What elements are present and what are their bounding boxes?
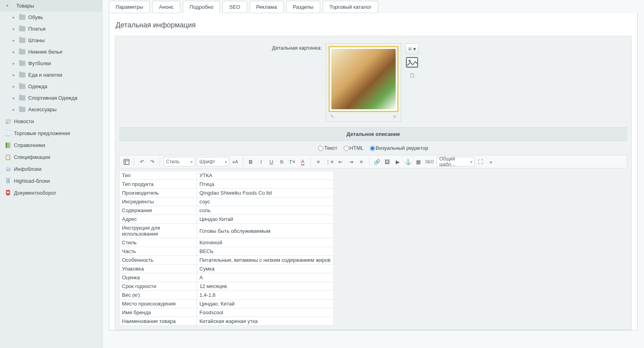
tab-2[interactable]: Подробно [183, 1, 220, 13]
prop-value: соль [197, 206, 334, 215]
prop-value: Foodscool [197, 308, 334, 317]
sidebar-item-goods[interactable]: Товары [0, 0, 102, 12]
svg-rect-2 [124, 159, 129, 164]
radio-html[interactable]: HTML [344, 145, 364, 151]
indent-icon[interactable]: ⇥ [347, 157, 356, 166]
table-row: ЧастьВЕСЬ [120, 247, 334, 256]
prop-name: Стиль [120, 238, 197, 247]
undo-icon[interactable]: ↶ [137, 157, 146, 166]
underline-icon[interactable]: U [267, 157, 276, 166]
more-icon[interactable]: » [487, 157, 495, 166]
tab-1[interactable]: Анонс [152, 1, 180, 13]
file-icon[interactable]: 🗋 [405, 70, 419, 80]
image-dropzone[interactable]: ✎ ✕ [326, 43, 401, 122]
prop-name: Адрес [120, 215, 197, 224]
remove-image-icon[interactable]: ✕ [393, 114, 397, 120]
sidebar-item-6[interactable]: 📮Документооборот [0, 187, 102, 199]
sidebar-item-label: Штаны [28, 37, 44, 43]
sidebar: Товары ▸Обувь▸Платья▸Штаны▸Нижнее белье▸… [0, 0, 102, 348]
sidebar-item-label: Highload-блоки [14, 178, 50, 184]
prop-name: Тип продукта [120, 180, 197, 189]
sidebar-item-4[interactable]: 🗂Инфоблоки [0, 163, 102, 175]
edit-image-icon[interactable]: ✎ [330, 114, 335, 120]
fontsize-icon[interactable]: ᴀA [231, 157, 240, 166]
sidebar-item-3[interactable]: 📋Спецификации [0, 151, 102, 163]
prop-name: Вес (кг) [120, 291, 197, 300]
seo-icon[interactable]: SEO [424, 157, 435, 166]
sidebar-item-label: Новости [14, 118, 34, 124]
sidebar-item-5[interactable]: 🗄Highload-блоки [0, 175, 102, 187]
align-icon[interactable]: ≡ [357, 157, 366, 166]
link-icon[interactable]: 🔗 [373, 157, 381, 166]
panel: Детальная информация Детальная картинка:… [109, 13, 638, 331]
prop-value: Птица [197, 180, 334, 189]
radio-text[interactable]: Текст [318, 145, 337, 151]
tab-6[interactable]: Торговый каталог [323, 1, 378, 13]
color-icon[interactable]: A [298, 157, 307, 166]
prop-name: Упаковка [120, 265, 197, 273]
prop-value: 12 месяцев [197, 282, 334, 291]
sidebar-item-1[interactable]: 🧾Торговые предложения [0, 127, 102, 139]
table-row: Инструкция для использованияГотовы быть … [120, 224, 334, 238]
prop-value: Сумка [197, 265, 334, 273]
main-content: ПараметрыАнонсПодробноSEOРекламаРазделыТ… [102, 0, 644, 348]
tab-5[interactable]: Разделы [286, 1, 320, 13]
table-row: Тип продуктаПтица [120, 180, 334, 189]
sidebar-item-label: Спецификации [14, 154, 50, 160]
folder-icon [19, 61, 25, 66]
table-row: АдресЦиндао Китай [120, 215, 334, 224]
outdent-icon[interactable]: ⇤ [337, 157, 345, 166]
prop-value: Циндао, Китай [197, 300, 334, 308]
table-row: Наименование товараКитайская жареная утк… [120, 317, 334, 326]
video-icon[interactable]: ▶ [393, 157, 402, 166]
sidebar-item-2[interactable]: 📗Справочники [0, 139, 102, 151]
image-icon[interactable]: 🖼 [383, 157, 392, 166]
sidebar-folder-3[interactable]: ▸Нижнее белье [0, 46, 102, 58]
sidebar-folder-6[interactable]: ▸Одежда [0, 81, 102, 92]
image-frame [329, 46, 398, 112]
folder-icon [19, 38, 25, 43]
tab-0[interactable]: Параметры [109, 1, 150, 13]
settings-icon[interactable] [122, 157, 131, 166]
sidebar-item-0[interactable]: 📰Новости [0, 115, 102, 127]
italic-icon[interactable]: I [257, 157, 265, 166]
tabs: ПараметрыАнонсПодробноSEOРекламаРазделыТ… [102, 0, 644, 13]
table-row: Место происхожденияЦиндао, Китай [120, 300, 334, 308]
chevron-right-icon: ▸ [13, 96, 17, 100]
list-ol-icon[interactable]: ≡ [314, 157, 323, 166]
list-ul-icon[interactable]: ⋮≡ [324, 157, 335, 166]
strike-icon[interactable]: S [277, 157, 286, 166]
gallery-button[interactable] [405, 57, 419, 68]
redo-icon[interactable]: ↷ [148, 157, 157, 166]
radio-visual[interactable]: Визуальный редактор [370, 145, 428, 151]
sidebar-folder-4[interactable]: ▸Футболки [0, 58, 102, 69]
prop-value: Питательные, витамины с низким содержани… [197, 256, 334, 265]
sidebar-folder-7[interactable]: ▸Спортивная Одежда [0, 92, 102, 104]
sidebar-folder-2[interactable]: ▸Штаны [0, 35, 102, 46]
chevron-right-icon: ▸ [13, 27, 17, 31]
sidebar-item-label: Справочники [14, 142, 45, 148]
prop-name: Часть [120, 247, 197, 256]
image-actions: ✎ ✕ [329, 112, 398, 120]
fullscreen-icon[interactable]: ⛶ [476, 157, 485, 166]
menu-button[interactable]: ≡ ▾ [405, 43, 419, 54]
table-icon[interactable]: ▦ [414, 157, 423, 166]
prop-value: УТКА [197, 171, 334, 180]
tab-4[interactable]: Реклама [249, 1, 284, 13]
font-select[interactable]: Шрифт [197, 157, 229, 166]
field-label: Детальная картинка: [119, 43, 326, 51]
clear-format-icon[interactable]: T✕ [288, 157, 297, 166]
bold-icon[interactable]: B [246, 157, 255, 166]
prop-name: Место происхождения [120, 300, 197, 308]
sidebar-item-label: Еда и напитки [28, 72, 62, 78]
table-row: СтильКопченой [120, 238, 334, 247]
template-select[interactable]: Общий шабл... [437, 157, 475, 166]
sidebar-folder-0[interactable]: ▸Обувь [0, 12, 102, 23]
tab-3[interactable]: SEO [222, 1, 247, 13]
style-select[interactable]: Стиль [163, 157, 195, 166]
sidebar-folder-5[interactable]: ▸Еда и напитки [0, 69, 102, 81]
sidebar-folder-1[interactable]: ▸Платья [0, 23, 102, 35]
table-row: Содержаниесоль [120, 206, 334, 215]
anchor-icon[interactable]: ⚓ [404, 157, 412, 166]
sidebar-folder-8[interactable]: ▸Аксессуары [0, 104, 102, 115]
